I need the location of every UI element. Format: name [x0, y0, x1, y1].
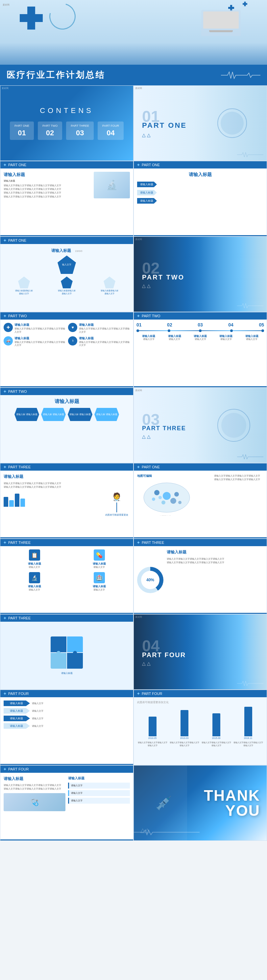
- flow-arrow-3: 请输入标题: [3, 723, 30, 729]
- part-four-label: PART FOUR: [142, 651, 186, 659]
- content-6: 请输入标题 19/0/0 输入文字 请输入标题请输入标题输入文字: [0, 244, 133, 312]
- contens-label-3: PART THREE: [71, 124, 89, 127]
- text-area-13: 请输入文字请输入文字请输入文字请输入文字 请输入文字请输入文字请输入文字请输入文…: [214, 474, 264, 535]
- hex-3: 请输入标 请输入标题: [94, 408, 119, 421]
- slide-thankyou: △△ 💉 THANK YOU: [133, 765, 267, 841]
- slide-part-three-puzzle: ✦ PART THREE 请输入标题: [0, 614, 133, 690]
- header-14: ✦ PART THREE: [0, 539, 133, 546]
- contens-num-1: 01: [14, 129, 29, 137]
- contens-label-2: PART TWO: [42, 124, 58, 127]
- icon4-0: 📋 请输入标题 请输入文字: [3, 549, 65, 569]
- slide-part-one-arrows: ✦ PART ONE 请输入标题 请输入标题 请输入标题 请输入标题: [133, 161, 267, 237]
- row-8: ✦ PART THREE 📋 请输入标题 请输入文字 💊 请输入标题 请输入文字…: [0, 539, 267, 614]
- lab-bg-17: [200, 614, 267, 689]
- watermark-11: 素材网: [135, 389, 142, 392]
- arrow-3: 请输入标题: [137, 198, 157, 204]
- header-13: ✦ PART ONE: [134, 463, 267, 471]
- contens-items: PART ONE 01 PART TWO 02 PART THREE 03 PA…: [10, 121, 124, 140]
- header-19: ✦ PART FOUR: [134, 690, 267, 697]
- item-4: 请输入标题 请输入文字: [240, 335, 264, 341]
- text-col-15: 请输入标题 请输入文字请输入文字请输入文字请输入文字请输入文字 请输入文字请输入…: [167, 549, 264, 611]
- bar-col-3: 2019.11: [233, 707, 264, 739]
- ecg-7: [237, 302, 264, 309]
- svg-point-1: [154, 490, 160, 495]
- bars-19: 2010.05 2013.03 2015.09 2019.11: [137, 707, 264, 739]
- slide-hero: 素材网 医疗行业工作计划总结: [0, 0, 267, 85]
- flow-list: 请输入标题 请输入文字 请输入标题 请输入文字 请输入标题 请输入文字 请输入标…: [3, 700, 130, 729]
- accent-5: [134, 235, 267, 236]
- contens-title: CONTENS: [40, 107, 94, 115]
- slide-map: ✦ PART ONE 地图可编辑: [133, 463, 267, 539]
- part-two-text: 02 PART TWO △ △: [142, 261, 184, 288]
- hex-1: 请输入标 请输入标题: [41, 408, 66, 421]
- item-1: 请输入标题 请输入文字: [162, 335, 186, 341]
- icons-grid: ✚ 请输入标题 请输入文字请输入文字请输入文字请输入文字请输入文字 ♥ 请输入标…: [3, 323, 130, 347]
- part-three-triangle: △ △: [142, 434, 186, 439]
- bar-col-0: 2010.05: [137, 717, 168, 739]
- lab-bg-7: [200, 237, 267, 312]
- figure-col-12: 🧑‍⚕️ 此图表可根据需要更改: [104, 474, 130, 535]
- watermark: 素材网: [3, 3, 10, 6]
- puzzle-4: [67, 653, 83, 669]
- text-20: 请输入文字请输入文字请输入文字请输入文字请输入文字 请输入文字请输入文字请输入文…: [3, 783, 66, 791]
- timeline-row: [136, 329, 264, 332]
- accent-12: [0, 537, 133, 538]
- donut-col-15: 40%: [137, 549, 163, 611]
- header-16: ✦ PART THREE: [0, 614, 133, 622]
- thank-text: THANK: [204, 788, 260, 803]
- icon4-icon-0: 📋: [29, 549, 40, 561]
- puzzle-3: [51, 653, 66, 669]
- slide-part-one-hero: 素材网 01 PART ONE △ △: [133, 85, 267, 161]
- bar-col-2: 2015.09: [201, 713, 232, 739]
- title-6: 请输入标题 19/0/0: [3, 247, 130, 253]
- slide-part-one-text: ✦ PART ONE 请输入标题 请输入标题 请输入文字请输入文字请输入文字请输…: [0, 161, 133, 237]
- right-col-20: 请输入标题 请输入文字 请输入文字 请输入文字: [68, 776, 130, 837]
- title-4: 请输入标题: [3, 172, 92, 178]
- content-19: 此图表可根据需要添加文化 2010.05 2013.03 2015.09 20: [134, 697, 267, 765]
- content-12: 请输入标题 请输入文字请输入文字请输入文字请输入文字请输入文字 请输入文字请输入…: [0, 471, 133, 538]
- part-three-number: 03: [142, 412, 186, 428]
- arrow-2: 请输入标题: [137, 190, 157, 196]
- accent-13: [134, 537, 267, 538]
- icon-text-0: 请输入标题 请输入文字请输入文字请输入文字请输入文字请输入文字: [14, 323, 66, 334]
- items-row: 请输入标题 请输入文字 请输入标题 请输入文字 请输入标题 请输入文字 请输入标…: [136, 335, 264, 341]
- arrows-container: 请输入标题 请输入标题 请输入标题: [137, 181, 264, 204]
- item-2: 请输入标题 请输入文字: [188, 335, 213, 341]
- icon-text-3: 请输入标题 请输入文字请输入文字请输入文字请输入文字请输入文字: [79, 336, 130, 347]
- header-18: ✦ PART FOUR: [0, 690, 133, 697]
- ecg-thankyou: [134, 829, 267, 835]
- right-items-20: 请输入文字 请输入文字 请输入文字: [68, 783, 130, 803]
- heartbeat-svg: [221, 70, 261, 80]
- accent-8: [0, 386, 133, 387]
- contens-item-4: PART FOUR 04: [98, 121, 124, 140]
- contens-num-4: 04: [102, 129, 119, 137]
- watermark-3: 素材网: [135, 87, 142, 90]
- content-5: 请输入标题 请输入标题 请输入标题 请输入标题: [134, 169, 267, 236]
- title-10: 请输入标题: [3, 398, 130, 405]
- right-item-0: 请输入文字: [68, 783, 130, 789]
- row-9: ✦ PART THREE 请输入标题 素材网: [0, 614, 267, 690]
- icon-item-1: ♥ 请输入标题 请输入文字请输入文字请输入文字请输入文字请输入文字: [68, 323, 130, 334]
- part-number: 01: [142, 109, 187, 124]
- header-15: ✦ PART THREE: [134, 539, 267, 546]
- map-area: 地图可编辑 地图可编辑: [137, 474, 211, 535]
- icon-circle-3: ⚕: [68, 336, 77, 345]
- row-2: 素材网 CONTENS PART ONE 01 PART TWO 02 PART…: [0, 85, 267, 161]
- header-6: ✦ PART ONE: [0, 237, 133, 244]
- slide-part-two-hero: 素材网 02 PART TWO △ △: [133, 237, 267, 312]
- content-4: 请输入标题 请输入标题 请输入文字请输入文字请输入文字请输入文字请输入文字 请输…: [0, 169, 133, 236]
- icon-circle-1: ♥: [68, 323, 77, 332]
- donut-chart-15: 40%: [137, 567, 163, 593]
- content-9: 01 02 03 04 05 请输入标题: [134, 320, 267, 387]
- accent-18: [0, 764, 133, 765]
- accent-20: [0, 840, 133, 840]
- percent-value-15: 40%: [141, 571, 160, 589]
- text-lines-12: 请输入文字请输入文字请输入文字请输入文字请输入文字 请输入文字请输入文字请输入文…: [3, 482, 101, 489]
- accent-4: [0, 235, 133, 236]
- svg-point-4: [161, 501, 165, 504]
- microscope-img: 🔬: [94, 172, 130, 198]
- right-item-1: 请输入文字: [68, 790, 130, 796]
- contens-num-2: 02: [42, 129, 58, 137]
- svg-point-3: [174, 492, 179, 496]
- circle-deco: [217, 108, 247, 138]
